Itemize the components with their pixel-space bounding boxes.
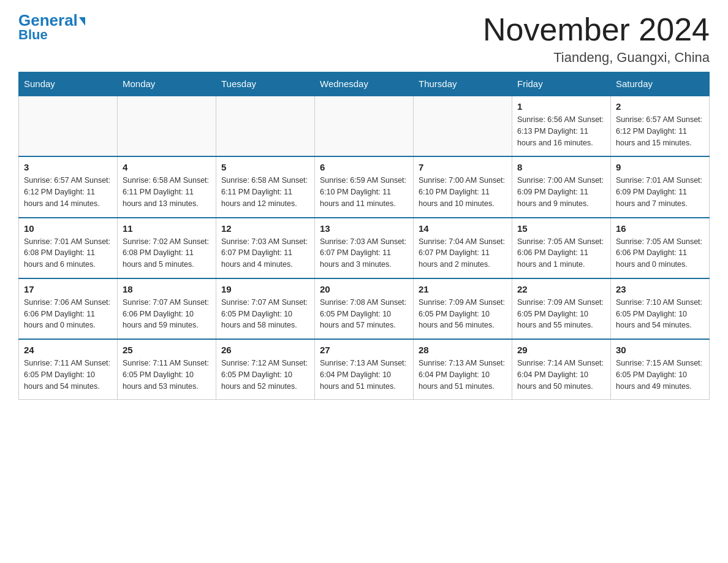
- weekday-header-sunday: Sunday: [19, 72, 118, 96]
- calendar-cell: 5Sunrise: 6:58 AM Sunset: 6:11 PM Daylig…: [216, 156, 315, 217]
- day-number: 22: [517, 284, 605, 294]
- calendar-cell: [315, 96, 414, 156]
- day-number: 8: [517, 162, 605, 172]
- logo: General Blue: [18, 12, 85, 43]
- day-number: 2: [616, 101, 704, 112]
- calendar-cell: 27Sunrise: 7:13 AM Sunset: 6:04 PM Dayli…: [315, 339, 414, 400]
- calendar-cell: 10Sunrise: 7:01 AM Sunset: 6:08 PM Dayli…: [19, 218, 118, 278]
- day-info: Sunrise: 7:06 AM Sunset: 6:06 PM Dayligh…: [24, 297, 112, 331]
- calendar-cell: 13Sunrise: 7:03 AM Sunset: 6:07 PM Dayli…: [315, 218, 414, 278]
- calendar-week-2: 3Sunrise: 6:57 AM Sunset: 6:12 PM Daylig…: [19, 156, 710, 217]
- day-info: Sunrise: 7:14 AM Sunset: 6:04 PM Dayligh…: [517, 358, 605, 392]
- day-info: Sunrise: 6:56 AM Sunset: 6:13 PM Dayligh…: [517, 114, 605, 148]
- day-info: Sunrise: 7:15 AM Sunset: 6:05 PM Dayligh…: [616, 358, 704, 392]
- day-number: 18: [123, 284, 211, 294]
- weekday-header-friday: Friday: [512, 72, 611, 96]
- day-number: 7: [419, 162, 507, 172]
- calendar-cell: 26Sunrise: 7:12 AM Sunset: 6:05 PM Dayli…: [216, 339, 315, 400]
- calendar-cell: 8Sunrise: 7:00 AM Sunset: 6:09 PM Daylig…: [512, 156, 611, 217]
- logo-blue-text: Blue: [18, 27, 48, 43]
- day-number: 26: [221, 345, 309, 355]
- calendar-cell: 7Sunrise: 7:00 AM Sunset: 6:10 PM Daylig…: [414, 156, 512, 217]
- weekday-header-thursday: Thursday: [414, 72, 512, 96]
- day-info: Sunrise: 6:59 AM Sunset: 6:10 PM Dayligh…: [320, 175, 408, 209]
- calendar-cell: 11Sunrise: 7:02 AM Sunset: 6:08 PM Dayli…: [118, 218, 216, 278]
- calendar-cell: 28Sunrise: 7:13 AM Sunset: 6:04 PM Dayli…: [414, 339, 512, 400]
- day-number: 3: [24, 162, 112, 172]
- calendar-cell: 24Sunrise: 7:11 AM Sunset: 6:05 PM Dayli…: [19, 339, 118, 400]
- day-info: Sunrise: 7:09 AM Sunset: 6:05 PM Dayligh…: [419, 297, 507, 331]
- weekday-header-row: SundayMondayTuesdayWednesdayThursdayFrid…: [19, 72, 710, 96]
- calendar-table: SundayMondayTuesdayWednesdayThursdayFrid…: [18, 72, 710, 400]
- weekday-header-tuesday: Tuesday: [216, 72, 315, 96]
- calendar-cell: 17Sunrise: 7:06 AM Sunset: 6:06 PM Dayli…: [19, 278, 118, 339]
- day-info: Sunrise: 7:03 AM Sunset: 6:07 PM Dayligh…: [221, 236, 309, 270]
- day-number: 19: [221, 284, 309, 294]
- calendar-cell: 19Sunrise: 7:07 AM Sunset: 6:05 PM Dayli…: [216, 278, 315, 339]
- day-number: 12: [221, 223, 309, 234]
- calendar-cell: 15Sunrise: 7:05 AM Sunset: 6:06 PM Dayli…: [512, 218, 611, 278]
- day-number: 14: [419, 223, 507, 234]
- calendar-week-5: 24Sunrise: 7:11 AM Sunset: 6:05 PM Dayli…: [19, 339, 710, 400]
- calendar-cell: 14Sunrise: 7:04 AM Sunset: 6:07 PM Dayli…: [414, 218, 512, 278]
- calendar-cell: 30Sunrise: 7:15 AM Sunset: 6:05 PM Dayli…: [611, 339, 710, 400]
- logo-arrow-icon: [79, 17, 85, 26]
- calendar-week-4: 17Sunrise: 7:06 AM Sunset: 6:06 PM Dayli…: [19, 278, 710, 339]
- day-number: 6: [320, 162, 408, 172]
- day-number: 13: [320, 223, 408, 234]
- calendar-cell: 4Sunrise: 6:58 AM Sunset: 6:11 PM Daylig…: [118, 156, 216, 217]
- day-number: 23: [616, 284, 704, 294]
- calendar-cell: [118, 96, 216, 156]
- calendar-week-1: 1Sunrise: 6:56 AM Sunset: 6:13 PM Daylig…: [19, 96, 710, 156]
- day-info: Sunrise: 7:09 AM Sunset: 6:05 PM Dayligh…: [517, 297, 605, 331]
- day-info: Sunrise: 6:57 AM Sunset: 6:12 PM Dayligh…: [616, 114, 704, 148]
- page-header: General Blue November 2024 Tiandeng, Gua…: [18, 12, 710, 66]
- day-info: Sunrise: 7:04 AM Sunset: 6:07 PM Dayligh…: [419, 236, 507, 270]
- day-info: Sunrise: 7:07 AM Sunset: 6:05 PM Dayligh…: [221, 297, 309, 331]
- day-info: Sunrise: 6:58 AM Sunset: 6:11 PM Dayligh…: [123, 175, 211, 209]
- day-info: Sunrise: 7:03 AM Sunset: 6:07 PM Dayligh…: [320, 236, 408, 270]
- day-info: Sunrise: 7:01 AM Sunset: 6:09 PM Dayligh…: [616, 175, 704, 209]
- day-number: 28: [419, 345, 507, 355]
- weekday-header-wednesday: Wednesday: [315, 72, 414, 96]
- day-info: Sunrise: 7:11 AM Sunset: 6:05 PM Dayligh…: [24, 358, 112, 392]
- day-number: 5: [221, 162, 309, 172]
- day-number: 25: [123, 345, 211, 355]
- day-number: 15: [517, 223, 605, 234]
- day-info: Sunrise: 7:13 AM Sunset: 6:04 PM Dayligh…: [320, 358, 408, 392]
- day-info: Sunrise: 7:01 AM Sunset: 6:08 PM Dayligh…: [24, 236, 112, 270]
- calendar-cell: [414, 96, 512, 156]
- calendar-cell: 22Sunrise: 7:09 AM Sunset: 6:05 PM Dayli…: [512, 278, 611, 339]
- calendar-cell: 6Sunrise: 6:59 AM Sunset: 6:10 PM Daylig…: [315, 156, 414, 217]
- day-info: Sunrise: 7:07 AM Sunset: 6:06 PM Dayligh…: [123, 297, 211, 331]
- calendar-cell: 16Sunrise: 7:05 AM Sunset: 6:06 PM Dayli…: [611, 218, 710, 278]
- logo-text: General: [18, 12, 85, 28]
- day-info: Sunrise: 7:00 AM Sunset: 6:10 PM Dayligh…: [419, 175, 507, 209]
- day-number: 30: [616, 345, 704, 355]
- day-number: 4: [123, 162, 211, 172]
- day-info: Sunrise: 6:57 AM Sunset: 6:12 PM Dayligh…: [24, 175, 112, 209]
- calendar-cell: [19, 96, 118, 156]
- day-number: 11: [123, 223, 211, 234]
- day-info: Sunrise: 7:00 AM Sunset: 6:09 PM Dayligh…: [517, 175, 605, 209]
- day-info: Sunrise: 7:10 AM Sunset: 6:05 PM Dayligh…: [616, 297, 704, 331]
- calendar-cell: 25Sunrise: 7:11 AM Sunset: 6:05 PM Dayli…: [118, 339, 216, 400]
- day-number: 21: [419, 284, 507, 294]
- day-info: Sunrise: 7:08 AM Sunset: 6:05 PM Dayligh…: [320, 297, 408, 331]
- calendar-cell: 18Sunrise: 7:07 AM Sunset: 6:06 PM Dayli…: [118, 278, 216, 339]
- calendar-cell: 2Sunrise: 6:57 AM Sunset: 6:12 PM Daylig…: [611, 96, 710, 156]
- calendar-cell: 9Sunrise: 7:01 AM Sunset: 6:09 PM Daylig…: [611, 156, 710, 217]
- day-number: 17: [24, 284, 112, 294]
- calendar-cell: 21Sunrise: 7:09 AM Sunset: 6:05 PM Dayli…: [414, 278, 512, 339]
- day-info: Sunrise: 7:05 AM Sunset: 6:06 PM Dayligh…: [616, 236, 704, 270]
- day-info: Sunrise: 7:12 AM Sunset: 6:05 PM Dayligh…: [221, 358, 309, 392]
- calendar-cell: 12Sunrise: 7:03 AM Sunset: 6:07 PM Dayli…: [216, 218, 315, 278]
- calendar-cell: 23Sunrise: 7:10 AM Sunset: 6:05 PM Dayli…: [611, 278, 710, 339]
- weekday-header-saturday: Saturday: [611, 72, 710, 96]
- calendar-cell: [216, 96, 315, 156]
- day-number: 27: [320, 345, 408, 355]
- weekday-header-monday: Monday: [118, 72, 216, 96]
- day-number: 29: [517, 345, 605, 355]
- day-number: 24: [24, 345, 112, 355]
- month-year-title: November 2024: [483, 12, 710, 47]
